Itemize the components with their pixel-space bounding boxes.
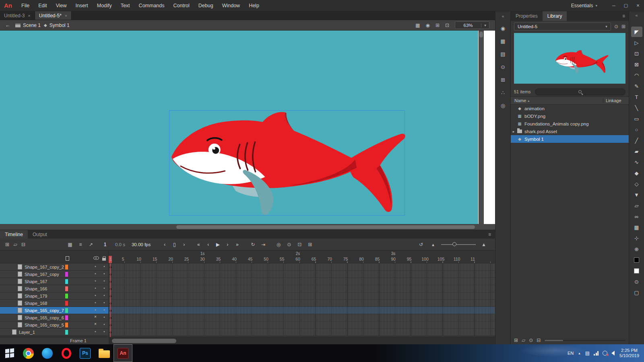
onion-skin-outline-icon[interactable]: ⊙	[285, 242, 293, 247]
layer-row[interactable]: Shape_168••	[0, 300, 108, 307]
onion-skin-icon[interactable]: ◎	[275, 242, 283, 247]
minimize-button[interactable]: ─	[608, 0, 620, 11]
outline-color-swatch[interactable]	[65, 294, 68, 298]
tab-timeline[interactable]: Timeline	[0, 230, 28, 239]
edit-multiple-frames-icon[interactable]: ⊡	[295, 242, 303, 247]
signal-icon[interactable]	[594, 351, 599, 356]
layer-visibility-toggle[interactable]: •	[93, 286, 98, 290]
outline-color-swatch[interactable]	[65, 323, 68, 327]
subselection-tool[interactable]: ▷	[631, 37, 642, 48]
line-tool[interactable]: ╲	[631, 103, 642, 113]
vertical-scrollbar[interactable]	[479, 31, 484, 224]
current-frame-number[interactable]: 1	[101, 242, 109, 247]
frame-rate[interactable]: 30.00 fps	[132, 242, 151, 247]
layer-visibility-toggle[interactable]: •	[93, 293, 98, 298]
layer-lock-toggle[interactable]: •	[101, 264, 107, 269]
new-layer-icon[interactable]: ⊞	[3, 242, 11, 247]
menu-modify[interactable]: Modify	[93, 3, 116, 8]
go-first-frame-button[interactable]: «	[195, 242, 202, 247]
clip-content-icon[interactable]: ⊡	[445, 23, 449, 28]
frame-row[interactable]	[109, 278, 495, 285]
timeline-ruler[interactable]: 1s2s3s1510152025303540455055606570758085…	[109, 251, 495, 263]
layer-row[interactable]: Shape_166••	[0, 285, 108, 292]
stage-area[interactable]	[0, 31, 495, 230]
info-panel-icon[interactable]: ⊙	[501, 64, 505, 70]
rectangle-tool[interactable]: ▭	[631, 113, 642, 124]
oval-tool[interactable]: ○	[631, 124, 642, 135]
text-tool[interactable]: T	[631, 92, 642, 102]
layer-lock-toggle[interactable]: •	[101, 322, 107, 327]
next-keyframe-button[interactable]: ›	[224, 242, 231, 247]
timeline-zoom-slider[interactable]	[441, 244, 476, 245]
frame-row[interactable]	[109, 271, 495, 278]
camera-tool[interactable]: ▦	[631, 222, 642, 232]
lock-column-icon[interactable]	[102, 258, 106, 261]
hand-tool[interactable]: ⊹	[631, 233, 642, 243]
zoom-in-frames-icon[interactable]: ▲	[480, 242, 488, 247]
frame-grid[interactable]: 1s2s3s1510152025303540455055606570758085…	[109, 251, 495, 337]
step-back-button[interactable]: ‹	[161, 242, 168, 247]
restore-button[interactable]: ▢	[620, 0, 632, 11]
layer-row[interactable]: Shape_165_copy_7••	[0, 307, 108, 314]
library-item[interactable]: ◆Symbol 1	[511, 135, 629, 143]
layer-row[interactable]: Shape_167_copy_2••	[0, 263, 108, 271]
menu-help[interactable]: Help	[244, 3, 264, 8]
opera-icon[interactable]	[57, 344, 76, 362]
library-search-input[interactable]	[535, 88, 625, 95]
frame-row[interactable]	[109, 285, 495, 292]
layer-visibility-toggle[interactable]: •	[93, 329, 98, 334]
grid-overlay-icon[interactable]: ⊞	[436, 23, 440, 28]
step-forward-button[interactable]: ›	[180, 242, 188, 247]
outline-color-swatch[interactable]	[65, 279, 68, 284]
playhead-line[interactable]	[110, 263, 111, 337]
gradient-transform-tool[interactable]: ⊠	[631, 59, 642, 70]
horizontal-scrollbar[interactable]	[0, 224, 478, 230]
horizontal-scroll-thumb[interactable]	[176, 225, 475, 229]
new-folder-icon[interactable]: ▱	[522, 337, 525, 343]
ink-bottle-tool[interactable]: ◇	[631, 179, 642, 189]
tab-close-icon[interactable]: ×	[28, 13, 30, 18]
library-item[interactable]: ▸shark.psd Asset	[511, 128, 629, 135]
layer-visibility-toggle[interactable]: ×	[93, 322, 98, 326]
layer-lock-toggle[interactable]: •	[101, 300, 107, 305]
cc-libraries-panel-icon[interactable]: ◎	[501, 103, 505, 109]
transform-panel-icon[interactable]: ⊞	[501, 77, 505, 83]
layer-lock-toggle[interactable]: •	[101, 278, 107, 283]
frame-row[interactable]	[109, 263, 495, 271]
vertical-scroll-thumb[interactable]	[479, 32, 483, 37]
layer-lock-toggle[interactable]: •	[101, 271, 107, 276]
frame-row[interactable]	[109, 329, 495, 336]
library-hscroll-thumb[interactable]	[545, 340, 563, 341]
pen-tool[interactable]: ✎	[631, 81, 642, 91]
frame-row[interactable]	[109, 314, 495, 321]
eyedropper-tool[interactable]: ▼	[631, 189, 642, 200]
reset-timeline-zoom-icon[interactable]: ↺	[417, 242, 425, 247]
new-folder-icon[interactable]: ▱	[11, 242, 19, 247]
layer-visibility-toggle[interactable]: •	[93, 278, 98, 283]
frame-row[interactable]	[109, 300, 495, 307]
column-linkage[interactable]: Linkage	[603, 98, 629, 103]
layer-row[interactable]: Shape_167_copy••	[0, 271, 108, 278]
taskbar-clock[interactable]: 2:25 PM 5/10/2019	[619, 348, 639, 358]
menu-view[interactable]: View	[52, 3, 71, 8]
layer-lock-toggle[interactable]: •	[101, 315, 107, 319]
column-name[interactable]: Name ▴	[511, 98, 603, 103]
align-panel-icon[interactable]: ▤	[500, 51, 505, 57]
timeline-zoom-knob[interactable]	[452, 242, 456, 246]
layer-lock-toggle[interactable]: •	[101, 307, 107, 312]
new-symbol-icon[interactable]: ⊞	[514, 337, 518, 343]
new-library-panel-icon[interactable]: ⊞	[621, 24, 625, 29]
photoshop-icon[interactable]: Ps	[76, 344, 95, 362]
breadcrumb-symbol[interactable]: ◆ Symbol 1	[44, 23, 70, 28]
tray-expand-icon[interactable]: ▴	[578, 351, 580, 355]
visibility-column-icon[interactable]	[93, 256, 99, 260]
layer-row[interactable]: Shape_165_copy_6×•	[0, 314, 108, 321]
outline-color-swatch[interactable]	[65, 265, 68, 269]
eraser-tool[interactable]: ▱	[631, 200, 642, 211]
stroke-color-swatch[interactable]	[631, 255, 642, 265]
layer-row[interactable]: Layer_1••	[0, 329, 108, 336]
network-error-icon[interactable]	[603, 351, 607, 356]
zoom-out-frames-icon[interactable]: ▴	[429, 242, 437, 247]
layer-lock-toggle[interactable]: •	[101, 286, 107, 290]
tab-close-icon[interactable]: ×	[65, 13, 67, 18]
